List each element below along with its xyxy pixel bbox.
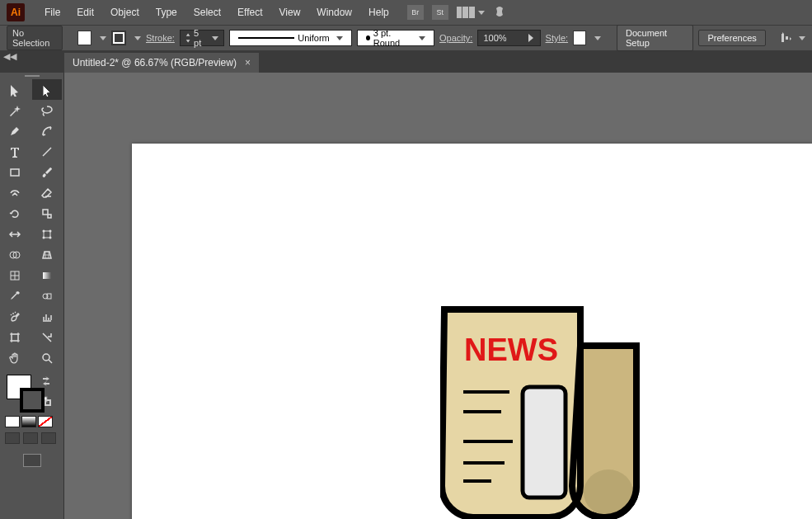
tool-curvature[interactable] bbox=[32, 120, 62, 141]
chevron-down-icon[interactable] bbox=[134, 36, 141, 40]
tool-artboard[interactable] bbox=[0, 327, 30, 347]
tool-slice[interactable] bbox=[32, 327, 62, 347]
brush-definition[interactable]: 3 pt. Round bbox=[357, 30, 434, 46]
tool-line[interactable] bbox=[32, 141, 62, 162]
none-mode[interactable] bbox=[38, 416, 53, 427]
brush-value: 3 pt. Round bbox=[373, 28, 412, 48]
preferences-button[interactable]: Preferences bbox=[698, 30, 765, 46]
tool-lasso[interactable] bbox=[32, 100, 62, 120]
close-icon[interactable]: × bbox=[245, 57, 251, 68]
tool-gradient[interactable] bbox=[32, 265, 62, 285]
app-logo: Ai bbox=[7, 3, 25, 21]
tool-rectangle[interactable] bbox=[0, 162, 30, 182]
variable-width-profile[interactable]: Uniform bbox=[229, 30, 352, 46]
svg-point-13 bbox=[43, 354, 49, 361]
swap-fill-stroke-icon[interactable] bbox=[41, 376, 51, 386]
fill-stroke-control[interactable] bbox=[0, 368, 63, 414]
document-tab[interactable]: Untitled-2* @ 66.67% (RGB/Preview) × bbox=[64, 53, 259, 73]
tool-pen[interactable] bbox=[0, 120, 30, 141]
svg-rect-1 bbox=[44, 231, 50, 238]
control-bar: No Selection Stroke: 5 pt Uniform 3 pt. … bbox=[0, 25, 812, 51]
tool-perspective[interactable] bbox=[32, 244, 62, 265]
svg-rect-22 bbox=[523, 387, 566, 498]
tool-shaper[interactable] bbox=[0, 182, 30, 203]
fill-swatch[interactable] bbox=[77, 31, 92, 45]
canvas-area[interactable]: NEWS bbox=[64, 73, 812, 519]
draw-normal[interactable] bbox=[5, 432, 20, 444]
chevron-down-icon bbox=[212, 36, 218, 40]
tool-direct-selection[interactable] bbox=[32, 79, 62, 100]
chevron-down-icon bbox=[336, 36, 343, 40]
stroke-weight-input[interactable]: 5 pt bbox=[180, 30, 224, 46]
menu-object[interactable]: Object bbox=[102, 7, 148, 18]
chevron-down-icon[interactable] bbox=[100, 36, 106, 40]
stock-icon[interactable]: St bbox=[432, 5, 448, 20]
menu-window[interactable]: Window bbox=[308, 7, 360, 18]
align-menu-button[interactable] bbox=[780, 32, 805, 44]
tool-blend[interactable] bbox=[32, 285, 62, 306]
style-swatch[interactable] bbox=[573, 31, 586, 45]
chevron-down-icon bbox=[478, 11, 485, 15]
draw-behind[interactable] bbox=[23, 432, 38, 444]
menu-view[interactable]: View bbox=[271, 7, 309, 18]
draw-mode-row bbox=[0, 429, 63, 447]
tool-scale[interactable] bbox=[32, 203, 62, 224]
stroke-swatch[interactable] bbox=[111, 31, 126, 45]
svg-rect-0 bbox=[11, 169, 19, 176]
svg-rect-15 bbox=[45, 400, 50, 405]
tool-type[interactable] bbox=[0, 141, 30, 162]
opacity-label[interactable]: Opacity: bbox=[439, 33, 472, 43]
menu-type[interactable]: Type bbox=[148, 7, 185, 18]
gpu-preview-icon[interactable] bbox=[493, 5, 506, 21]
profile-label: Uniform bbox=[298, 33, 330, 43]
tool-zoom[interactable] bbox=[32, 347, 62, 368]
menu-select[interactable]: Select bbox=[185, 7, 229, 18]
document-setup-button[interactable]: Document Setup bbox=[617, 25, 693, 51]
tool-rotate[interactable] bbox=[0, 203, 30, 224]
stroke-label[interactable]: Stroke: bbox=[146, 33, 175, 43]
stroke-weight-value: 5 pt bbox=[194, 28, 205, 48]
tool-symbol-sprayer[interactable] bbox=[0, 306, 30, 327]
document-tabs: ◀◀ Untitled-2* @ 66.67% (RGB/Preview) × bbox=[0, 51, 812, 73]
chevron-down-icon bbox=[419, 36, 425, 40]
menu-help[interactable]: Help bbox=[360, 7, 397, 18]
color-mode[interactable] bbox=[5, 416, 20, 427]
menu-edit[interactable]: Edit bbox=[68, 7, 102, 18]
svg-rect-9 bbox=[43, 272, 51, 279]
svg-rect-12 bbox=[12, 334, 18, 341]
tool-paintbrush[interactable] bbox=[32, 162, 62, 182]
tool-hand[interactable] bbox=[0, 347, 30, 368]
tool-selection[interactable] bbox=[0, 79, 30, 100]
tools-panel bbox=[0, 73, 64, 519]
opacity-input[interactable]: 100% bbox=[477, 30, 540, 46]
tool-free-transform[interactable] bbox=[32, 224, 62, 244]
menu-file[interactable]: File bbox=[36, 7, 68, 18]
style-label[interactable]: Style: bbox=[546, 33, 569, 43]
tool-eraser[interactable] bbox=[32, 182, 62, 203]
svg-point-3 bbox=[49, 229, 51, 232]
tool-graph[interactable] bbox=[32, 306, 62, 327]
bridge-icon[interactable]: Br bbox=[407, 5, 424, 20]
tool-eyedropper[interactable] bbox=[0, 285, 30, 306]
panel-grip[interactable] bbox=[0, 73, 63, 79]
menu-effect[interactable]: Effect bbox=[229, 7, 270, 18]
stroke-box[interactable] bbox=[20, 388, 45, 413]
svg-point-2 bbox=[42, 229, 45, 232]
screen-mode[interactable] bbox=[0, 447, 63, 474]
artwork-headline: NEWS bbox=[464, 333, 558, 367]
chevron-down-icon[interactable] bbox=[594, 36, 601, 40]
opacity-value: 100% bbox=[483, 33, 506, 43]
svg-point-4 bbox=[42, 236, 45, 238]
chevron-down-icon bbox=[799, 36, 805, 40]
collapse-panel-icon[interactable]: ◀◀ bbox=[3, 51, 16, 62]
tool-magic-wand[interactable] bbox=[0, 100, 30, 120]
tool-width[interactable] bbox=[0, 224, 30, 244]
tab-title: Untitled-2* @ 66.67% (RGB/Preview) bbox=[73, 57, 237, 68]
gradient-mode[interactable] bbox=[21, 416, 36, 427]
selection-status: No Selection bbox=[7, 26, 63, 50]
arrange-docs-button[interactable] bbox=[457, 7, 485, 18]
artwork-newspaper-icon: NEWS bbox=[440, 306, 643, 519]
tool-mesh[interactable] bbox=[0, 265, 30, 285]
draw-inside[interactable] bbox=[41, 432, 56, 444]
tool-shape-builder[interactable] bbox=[0, 244, 30, 265]
